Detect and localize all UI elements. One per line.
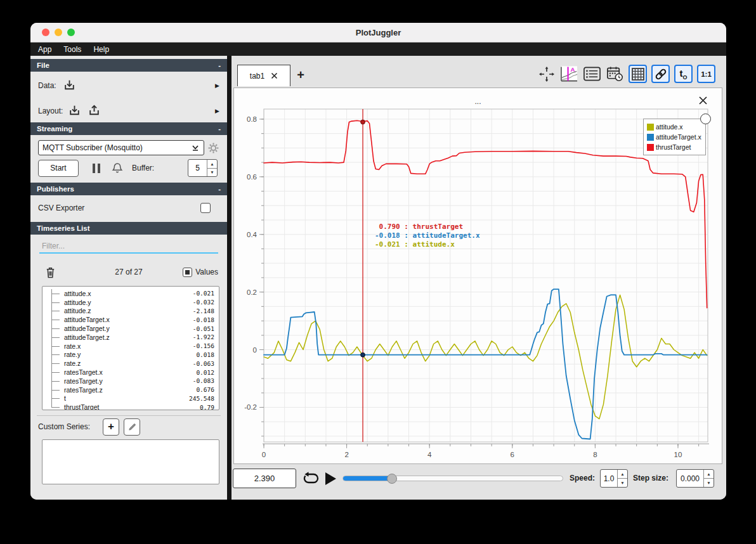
timeseries-item[interactable]: rate.y0.018 xyxy=(42,351,219,359)
pause-icon[interactable] xyxy=(93,164,100,173)
legend-entry[interactable]: thrustTarget xyxy=(647,142,701,152)
menu-tools[interactable]: Tools xyxy=(63,45,81,54)
splitter[interactable] xyxy=(227,56,231,500)
start-button[interactable]: Start xyxy=(38,160,79,177)
spin-down-icon[interactable]: ▼ xyxy=(618,479,627,487)
collapse-icon[interactable]: - xyxy=(218,62,221,69)
layout-menu-arrow[interactable]: ▶ xyxy=(215,108,219,114)
timeseries-item[interactable]: attitude.z-2.148 xyxy=(42,307,219,316)
loop-icon[interactable] xyxy=(303,471,320,486)
gear-icon[interactable] xyxy=(207,142,219,154)
slider-fill xyxy=(343,476,392,481)
zoom-annotation-icon[interactable]: A xyxy=(560,65,578,83)
step-size-spinbox[interactable]: 0.000 ▲▼ xyxy=(676,469,714,488)
svg-text:0.2: 0.2 xyxy=(247,288,257,296)
legend-entry[interactable]: attitude.x xyxy=(647,122,701,132)
collapse-icon[interactable]: - xyxy=(218,125,221,133)
chevron-down-icon xyxy=(191,144,200,152)
plot-widget[interactable]: ... 0246810-0.200.20.40.60.8 attitude.xa… xyxy=(233,87,722,464)
section-header-publishers[interactable]: Publishers - xyxy=(30,183,227,195)
play-button[interactable] xyxy=(325,472,336,485)
svg-text:10: 10 xyxy=(674,451,682,458)
collapse-icon[interactable]: - xyxy=(218,185,221,193)
time-origin-icon[interactable]: tO xyxy=(674,65,693,83)
add-tab-button[interactable]: + xyxy=(293,67,308,82)
csv-exporter-checkbox[interactable] xyxy=(200,203,211,213)
timeseries-item[interactable]: t245.548 xyxy=(42,394,219,403)
app-window: PlotJuggler AppToolsHelp File - Data: ▶ … xyxy=(30,23,726,500)
spin-up-icon[interactable]: ▲ xyxy=(704,470,714,479)
custom-series-list[interactable] xyxy=(42,439,219,484)
bell-icon[interactable] xyxy=(111,162,124,174)
layout-label: Layout: xyxy=(38,107,63,115)
timeseries-item[interactable]: attitudeTarget.x-0.018 xyxy=(42,315,219,324)
data-menu-arrow[interactable]: ▶ xyxy=(215,82,219,89)
streaming-source-select[interactable]: MQTT Subscriber (Mosquitto) xyxy=(38,140,204,155)
menu-app[interactable]: App xyxy=(38,45,51,54)
move-tool-icon[interactable] xyxy=(537,65,556,83)
link-icon[interactable] xyxy=(651,65,670,83)
timeseries-item[interactable]: ratesTarget.z0.676 xyxy=(42,385,219,394)
menu-help[interactable]: Help xyxy=(93,45,109,54)
load-data-icon[interactable] xyxy=(63,79,76,92)
filter-field-wrap xyxy=(39,240,218,254)
section-header-timeseries[interactable]: Timeseries List xyxy=(30,222,227,235)
save-layout-icon[interactable] xyxy=(88,104,101,117)
list-tools-row: 27 of 27 Values xyxy=(38,264,219,280)
section-header-streaming[interactable]: Streaming - xyxy=(30,122,227,135)
slider-handle[interactable] xyxy=(387,474,397,484)
datetime-icon[interactable] xyxy=(606,65,624,83)
legend-entry[interactable]: attitudeTarget.x xyxy=(647,132,701,142)
svg-text:0.8: 0.8 xyxy=(247,115,257,123)
speed-spinbox[interactable]: 1.0 ▲▼ xyxy=(600,469,628,488)
csv-exporter-row: CSV Exporter xyxy=(38,200,219,216)
filter-input[interactable] xyxy=(39,240,218,252)
tab-tab1[interactable]: tab1 xyxy=(237,65,290,86)
load-layout-icon[interactable] xyxy=(68,104,81,117)
buffer-spinbox[interactable]: 5 ▲▼ xyxy=(188,159,218,177)
timeseries-item[interactable]: ratesTarget.x0.012 xyxy=(42,368,219,377)
timeseries-item[interactable]: rate.x-0.156 xyxy=(42,342,219,351)
timeseries-item[interactable]: attitude.x-0.021 xyxy=(42,289,219,298)
spin-up-icon[interactable]: ▲ xyxy=(618,470,627,479)
legend-drag-handle[interactable] xyxy=(700,113,711,124)
plot-legend[interactable]: attitude.xattitudeTarget.xthrustTarget xyxy=(643,119,706,155)
title-bar: PlotJuggler xyxy=(30,23,726,42)
list-view-icon[interactable] xyxy=(583,65,601,83)
streaming-source-row: MQTT Subscriber (Mosquitto) xyxy=(38,140,204,155)
sidebar: File - Data: ▶ Layout: ▶ xyxy=(30,56,227,500)
section-header-file[interactable]: File - xyxy=(30,59,227,72)
ratio-1-1-icon[interactable]: 1:1 xyxy=(697,65,715,83)
custom-series-label: Custom Series: xyxy=(38,422,90,431)
buffer-label: Buffer: xyxy=(132,164,154,172)
svg-text:4: 4 xyxy=(427,451,432,458)
timeseries-item[interactable]: ratesTarget.y-0.083 xyxy=(42,377,219,385)
spin-up-icon[interactable]: ▲ xyxy=(207,160,217,169)
timeseries-item[interactable]: thrustTarget0.79 xyxy=(42,403,219,410)
spin-down-icon[interactable]: ▼ xyxy=(207,169,217,177)
step-size-label: Step size: xyxy=(633,474,668,482)
timeseries-item[interactable]: rate.z-0.063 xyxy=(42,359,219,368)
time-field[interactable]: 2.390 xyxy=(233,469,296,488)
grid-layout-icon[interactable] xyxy=(629,65,647,83)
tracker-readout: 0.790 : thrustTarget-0.018 : attitudeTar… xyxy=(375,223,480,249)
spin-down-icon[interactable]: ▼ xyxy=(704,479,714,487)
data-row: Data: ▶ xyxy=(38,77,219,94)
zoom-window-button[interactable] xyxy=(67,29,75,36)
svg-text:6: 6 xyxy=(511,451,514,458)
minimize-window-button[interactable] xyxy=(55,29,62,36)
svg-text:0.4: 0.4 xyxy=(247,231,257,238)
window-controls xyxy=(42,29,75,36)
add-custom-series-button[interactable]: + xyxy=(103,418,119,436)
timeseries-item[interactable]: attitudeTarget.z-1.922 xyxy=(42,333,219,342)
tab-close-icon[interactable] xyxy=(271,72,278,79)
timeseries-item[interactable]: attitude.y-0.032 xyxy=(42,298,219,307)
time-slider[interactable] xyxy=(342,476,563,481)
timeseries-item[interactable]: attitudeTarget.y-0.051 xyxy=(42,324,219,333)
close-window-button[interactable] xyxy=(42,29,49,36)
svg-text:8: 8 xyxy=(593,451,597,458)
values-checkbox[interactable] xyxy=(183,268,192,277)
svg-text:0.6: 0.6 xyxy=(247,173,257,181)
pencil-icon xyxy=(127,422,137,432)
edit-custom-series-button[interactable] xyxy=(124,418,140,436)
